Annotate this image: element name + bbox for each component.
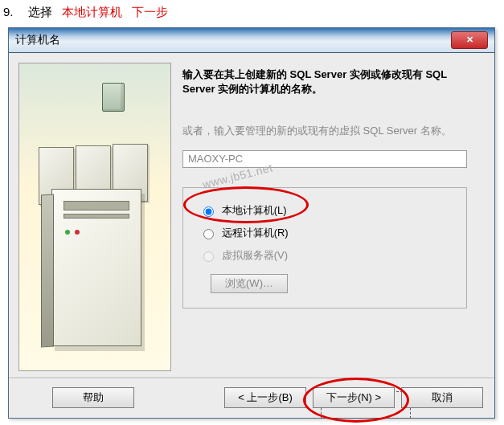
next-button[interactable]: 下一步(N) > <box>313 387 395 408</box>
instruction-number: 9. <box>3 5 14 18</box>
help-button[interactable]: 帮助 <box>52 387 134 408</box>
server-slot <box>64 201 129 210</box>
sub-text: 或者，输入要管理的新的或现有的虚拟 SQL Server 名称。 <box>182 124 480 138</box>
cancel-button[interactable]: 取消 <box>401 387 483 408</box>
back-button[interactable]: < 上一步(B) <box>224 387 306 408</box>
next-button-wrap: 下一步(N) > <box>313 387 395 408</box>
radio-local-label: 本地计算机(L) <box>222 204 287 216</box>
dialog-body: 输入要在其上创建新的 SQL Server 实例或修改现有 SQL Server… <box>9 53 494 374</box>
options-group: 本地计算机(L) 远程计算机(R) 虚拟服务器(V) 浏览(W)… <box>182 187 467 309</box>
browse-button: 浏览(W)… <box>211 274 288 293</box>
close-button[interactable]: ✕ <box>451 31 488 49</box>
dialog-title: 计算机名 <box>15 33 60 47</box>
content-panel: 输入要在其上创建新的 SQL Server 实例或修改现有 SQL Server… <box>182 67 480 309</box>
radio-local[interactable] <box>203 206 214 217</box>
radio-virtual-label: 虚拟服务器(V) <box>222 249 288 261</box>
close-icon: ✕ <box>466 35 473 44</box>
disk-icon <box>102 83 125 112</box>
intro-text: 输入要在其上创建新的 SQL Server 实例或修改现有 SQL Server… <box>182 67 480 96</box>
led-red <box>75 230 80 235</box>
button-row: 帮助 < 上一步(B) 下一步(N) > 取消 <box>20 387 483 408</box>
radio-virtual-row: 虚拟服务器(V) <box>199 248 455 263</box>
radio-virtual <box>203 251 214 262</box>
radio-remote[interactable] <box>203 229 214 239</box>
dialog-window: 计算机名 ✕ 输入要在其上创建新的 SQL Server 实例或修改现有 SQL… <box>8 27 495 419</box>
titlebar: 计算机名 ✕ <box>9 28 494 53</box>
instruction-red-local: 本地计算机 <box>62 5 122 18</box>
server-slot <box>64 214 129 219</box>
instruction-red-next: 下一步 <box>132 5 168 18</box>
illustration-panel <box>18 63 171 371</box>
instruction-select: 选择 <box>28 5 52 18</box>
server-front-icon <box>51 189 141 346</box>
radio-remote-label: 远程计算机(R) <box>222 227 289 239</box>
radio-remote-row[interactable]: 远程计算机(R) <box>199 226 455 240</box>
instruction-line: 9. 选择 本地计算机 下一步 <box>0 0 504 20</box>
radio-local-row[interactable]: 本地计算机(L) <box>199 203 455 218</box>
led-green <box>65 230 70 235</box>
computer-name-input[interactable] <box>182 150 467 168</box>
separator-line <box>9 378 494 378</box>
